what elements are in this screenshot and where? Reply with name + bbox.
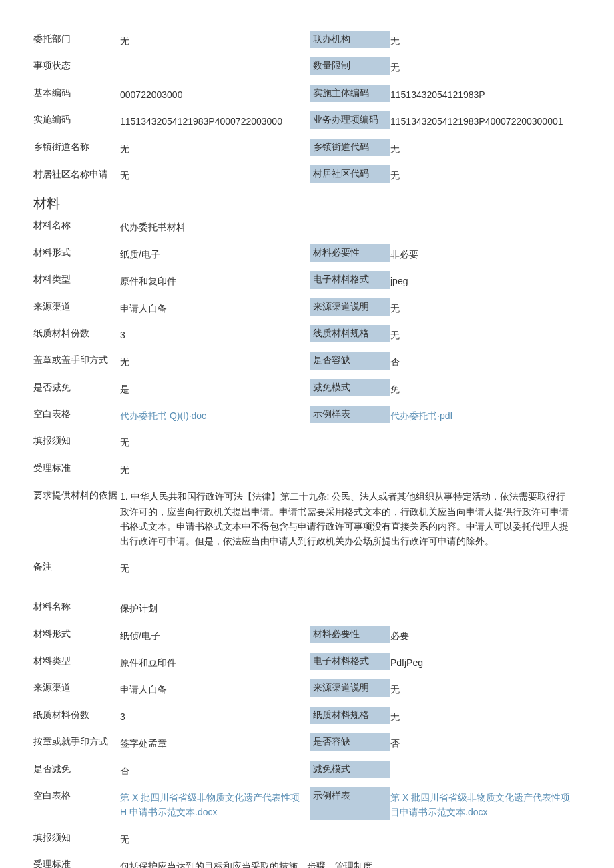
m1-r11-l1: 备注	[33, 560, 120, 573]
row-basic-code: 基本编码 000722003000 实施主体编码 115134320541219…	[33, 81, 581, 107]
label-joint-org: 联办机构	[310, 31, 390, 48]
value-item-status	[120, 59, 310, 72]
m1-r2-l2: 电子材料格式	[310, 271, 390, 288]
value-township-name: 无	[120, 140, 310, 156]
m2-r3-v2: 无	[390, 681, 581, 697]
m2-r4-v2: 无	[390, 708, 581, 724]
m1-name-value: 代办委托书材料	[120, 218, 581, 234]
m2-r3-l1: 来源渠道	[33, 681, 120, 697]
m2-r9: 受理标准 包括保护应当达到的目标和应当采取的措施、步骤、管理制度.	[33, 852, 581, 868]
m1-r2: 材料类型 原件和复印件 电子材料格式 jpeg	[33, 267, 581, 294]
m2-name-value: 保护计划	[120, 600, 581, 616]
m2-r1: 材料形式 纸侦/电子 材料必要性 必要	[33, 622, 581, 648]
m2-r6-l2: 减免模式	[310, 761, 390, 778]
m1-r1-l1: 材料形式	[33, 246, 120, 262]
label-impl-code: 实施编码	[33, 113, 120, 129]
label-item-status: 事项状态	[33, 59, 120, 72]
m1-r6-l2: 减免模式	[310, 379, 390, 396]
m2-r3-v1: 申请人自备	[120, 681, 310, 697]
label-qty-limit: 数量限制	[310, 57, 390, 75]
label-business-code: 业务办理项编码	[310, 111, 390, 129]
m1-r5-v2: 否	[390, 353, 581, 369]
m1-r10-l1: 要求提供材料的依据	[33, 488, 120, 502]
m1-r5-v1: 无	[120, 353, 310, 369]
m1-r9-l1: 受理标准	[33, 461, 120, 474]
material-block-1: 材料名称 代办委托书材料 材料形式 纸质/电子 材料必要性 非必要 材料类型 原…	[33, 213, 581, 581]
m1-r1-l2: 材料必要性	[310, 244, 390, 262]
m1-r11: 备注 无	[33, 554, 581, 581]
value-entity-code: 11513432054121983P	[390, 86, 581, 102]
m1-r6-l1: 是否减免	[33, 380, 120, 396]
m1-r11-v1: 无	[120, 560, 581, 576]
value-basic-code: 000722003000	[120, 86, 310, 102]
value-joint-org: 无	[390, 32, 581, 48]
m2-r2-v1: 原件和豆印件	[120, 654, 310, 670]
m1-name-label: 材料名称	[33, 218, 120, 232]
m1-r2-l1: 材料类型	[33, 272, 120, 288]
m2-r6-l1: 是否减免	[33, 762, 120, 778]
m1-r7-v2-link[interactable]: 代办委托书·pdf	[390, 407, 581, 423]
m2-r2: 材料类型 原件和豆印件 电子材料格式 PdfjPeg	[33, 648, 581, 675]
m2-r6-v2	[390, 762, 581, 778]
value-business-code: 11513432054121983P400072200300001	[390, 113, 581, 129]
m2-r7-v1-link[interactable]: 第 X 批四川省省级非物质文化遗产代表性项 H 申请书示范文本.docx	[120, 789, 310, 820]
m1-r3: 来源渠道 申请人自备 来源渠道说明 无	[33, 294, 581, 321]
m1-r3-l2: 来源渠道说明	[310, 298, 390, 316]
m2-name-row: 材料名称 保护计划	[33, 594, 581, 621]
m1-r8-v1: 无	[120, 434, 581, 450]
section-title-materials: 材料	[33, 195, 581, 213]
m1-r9: 受理标准 无	[33, 456, 581, 482]
m1-r5-l1: 盖章或盖手印方式	[33, 353, 120, 369]
m2-r1-l2: 材料必要性	[310, 626, 390, 643]
m1-r1-v2: 非必要	[390, 246, 581, 262]
m2-r7: 空白表格 第 X 批四川省省级非物质文化遗产代表性项 H 申请书示范文本.doc…	[33, 783, 581, 825]
m1-r6-v2: 免	[390, 380, 581, 396]
m2-r4-l1: 纸质材料份数	[33, 708, 120, 724]
label-delegate-dept: 委托部门	[33, 32, 120, 48]
m1-r6-v1: 是	[120, 380, 310, 396]
m2-r2-l1: 材料类型	[33, 654, 120, 670]
m1-r10: 要求提供材料的依据 1. 中华人民共和国行政许可法【法律】第二十九条: 公民、法…	[33, 482, 581, 554]
value-village-name: 无	[120, 167, 310, 183]
m1-r4-v2: 无	[390, 326, 581, 342]
label-village-code: 村居社区代码	[310, 165, 390, 183]
row-item-status: 事项状态 数量限制 无	[33, 53, 581, 80]
row-township-name: 乡镇街道名称 无 乡镇街道代码 无	[33, 135, 581, 161]
m1-r10-v1: 1. 中华人民共和国行政许可法【法律】第二十九条: 公民、法人或者其他组织从事特…	[120, 488, 581, 549]
m2-r4-l2: 纸质材料规格	[310, 707, 390, 724]
m2-r3-l2: 来源渠道说明	[310, 679, 390, 697]
m1-name-row: 材料名称 代办委托书材料	[33, 213, 581, 240]
row-village-name: 村居社区名称申请 无 村居社区代码 无	[33, 161, 581, 188]
value-impl-code: 11513432054121983P4000722003000	[120, 113, 310, 129]
m2-r2-l2: 电子材料格式	[310, 653, 390, 670]
m1-r4: 纸质材料份数 3 线质材料规格 无	[33, 321, 581, 348]
m2-r5-v1: 签字处孟章	[120, 735, 310, 751]
m2-r4: 纸质材料份数 3 纸质材料规格 无	[33, 703, 581, 729]
m1-r4-v1: 3	[120, 326, 310, 342]
m1-r7: 空白表格 代办委托书 Q)(I)·doc 示例样表 代办委托书·pdf	[33, 402, 581, 428]
label-entity-code: 实施主体编码	[310, 85, 390, 102]
m2-r5-l1: 按章或就手印方式	[33, 735, 120, 751]
m2-name-label: 材料名称	[33, 600, 120, 613]
m2-r1-l1: 材料形式	[33, 627, 120, 643]
m2-r2-v2: PdfjPeg	[390, 654, 581, 670]
label-township-code: 乡镇街道代码	[310, 139, 390, 156]
m1-r2-v2: jpeg	[390, 272, 581, 288]
label-basic-code: 基本编码	[33, 86, 120, 102]
m1-r5: 盖章或盖手印方式 无 是否容缺 否	[33, 348, 581, 374]
material-block-2: 材料名称 保护计划 材料形式 纸侦/电子 材料必要性 必要 材料类型 原件和豆印…	[33, 594, 581, 868]
m1-r7-l1: 空白表格	[33, 407, 120, 423]
m1-r7-l2: 示例样表	[310, 406, 390, 423]
m2-r5: 按章或就手印方式 签字处孟章 是否容缺 否	[33, 729, 581, 756]
m1-r1: 材料形式 纸质/电子 材料必要性 非必要	[33, 240, 581, 267]
m1-r4-l1: 纸质材料份数	[33, 326, 120, 342]
m2-r9-v1: 包括保护应当达到的目标和应当采取的措施、步骤、管理制度.	[120, 857, 581, 868]
m2-r7-l1: 空白表格	[33, 789, 120, 820]
m2-r7-l2: 示例样表	[310, 787, 390, 820]
m2-r6: 是否减免 否 减免模式	[33, 757, 581, 783]
m2-r7-v2-link[interactable]: 第 X 批四川省省级非物质文化遗产代表性项目申请书示范文本.docx	[390, 789, 581, 820]
value-township-code: 无	[390, 140, 581, 156]
m1-r7-v1-link[interactable]: 代办委托书 Q)(I)·doc	[120, 407, 310, 423]
m1-r9-v1: 无	[120, 461, 581, 477]
m1-r5-l2: 是否容缺	[310, 352, 390, 369]
